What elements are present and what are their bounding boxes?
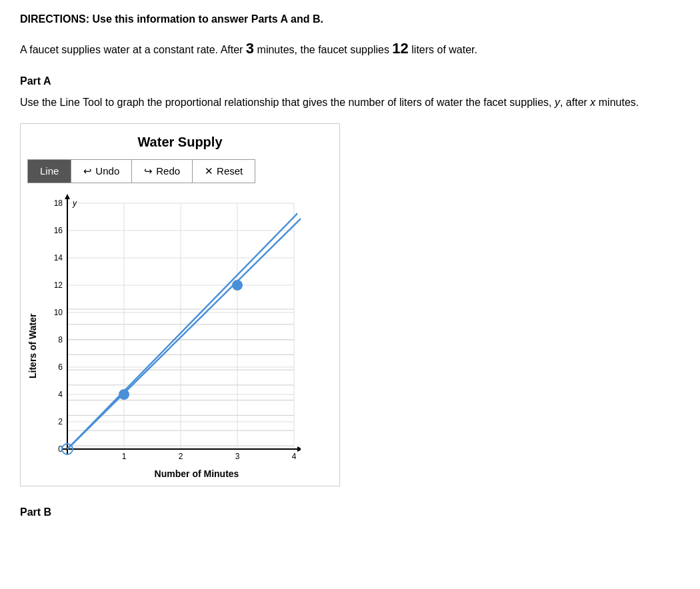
svg-text:y: y (72, 199, 77, 208)
undo-arrow-icon: ↩ (83, 165, 92, 177)
svg-text:1: 1 (122, 452, 127, 461)
redo-arrow-icon: ↪ (144, 165, 153, 177)
intro-text-middle: minutes, the faucet supplies (254, 44, 392, 55)
intro-paragraph: A faucet supplies water at a constant ra… (20, 37, 680, 59)
svg-text:8: 8 (58, 335, 63, 344)
svg-text:16: 16 (54, 226, 63, 235)
chart-svg[interactable]: 0 2 4 6 8 10 12 14 16 18 y 1 2 3 4 x (41, 193, 301, 466)
intro-text-after: liters of water. (409, 44, 477, 55)
chart-inner[interactable]: 0 2 4 6 8 10 12 14 16 18 y 1 2 3 4 x (41, 193, 333, 479)
instruction-mid: , after (560, 97, 590, 108)
graph-container: Water Supply Line ↩ Undo ↪ Redo ✕ Reset … (20, 123, 340, 486)
chart-area: Liters of Water (27, 193, 333, 479)
svg-text:4: 4 (292, 452, 297, 461)
reset-label: Reset (217, 165, 243, 177)
part-a-label: Part A (20, 75, 680, 87)
svg-text:14: 14 (54, 253, 63, 263)
part-b-label: Part B (20, 506, 680, 518)
svg-line-48 (67, 193, 301, 449)
instruction-text-1: Use the Line Tool to graph the proportio… (20, 97, 555, 108)
svg-text:x: x (300, 439, 301, 448)
svg-text:6: 6 (58, 362, 63, 372)
svg-text:2: 2 (58, 417, 63, 426)
part-b-section: Part B (20, 506, 680, 518)
intro-num1: 3 (246, 40, 254, 57)
svg-text:2: 2 (179, 452, 183, 461)
italic-y: y (555, 97, 560, 108)
redo-label: Redo (156, 165, 180, 177)
undo-label: Undo (95, 165, 119, 177)
line-tool-label: Line (40, 165, 59, 177)
toolbar: Line ↩ Undo ↪ Redo ✕ Reset (27, 159, 255, 183)
svg-text:10: 10 (54, 308, 63, 317)
svg-text:18: 18 (54, 199, 63, 208)
svg-marker-28 (65, 194, 70, 199)
x-axis-label: Number of Minutes (61, 468, 333, 479)
svg-text:4: 4 (58, 390, 63, 399)
intro-text-before: A faucet supplies water at a constant ra… (20, 44, 246, 55)
graph-title: Water Supply (27, 135, 333, 150)
dot-1-4 (119, 390, 129, 399)
dot-3-12 (233, 281, 242, 290)
svg-text:12: 12 (54, 281, 63, 290)
line-tool-button[interactable]: Line (28, 160, 71, 183)
part-a-instruction: Use the Line Tool to graph the proportio… (20, 94, 680, 111)
intro-num2: 12 (392, 40, 408, 57)
redo-button[interactable]: ↪ Redo (132, 160, 193, 183)
svg-text:3: 3 (235, 452, 240, 461)
reset-x-icon: ✕ (205, 165, 213, 177)
y-axis-label: Liters of Water (27, 193, 38, 479)
svg-line-46 (67, 193, 301, 449)
instruction-end: minutes. (595, 97, 639, 108)
directions-text: DIRECTIONS: Use this information to answ… (20, 13, 680, 25)
undo-button[interactable]: ↩ Undo (71, 160, 132, 183)
reset-button[interactable]: ✕ Reset (193, 160, 255, 183)
